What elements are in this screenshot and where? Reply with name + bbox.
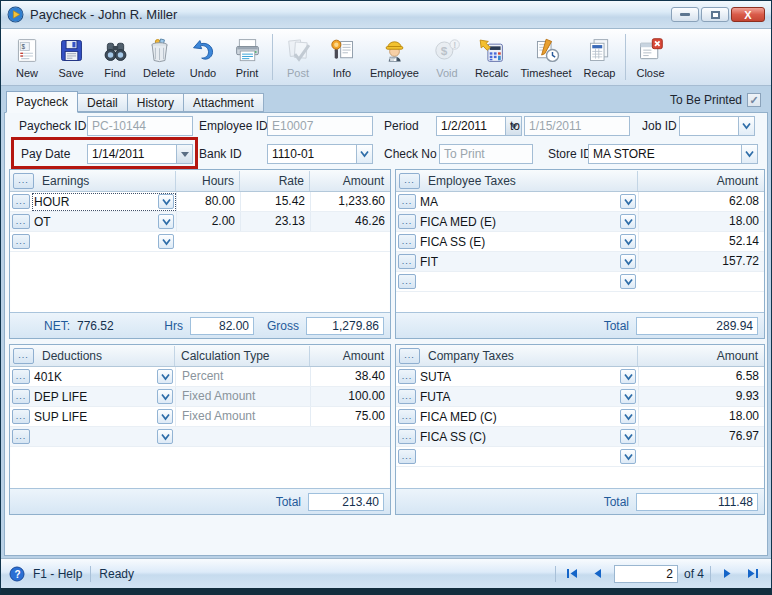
last-page-button[interactable] xyxy=(743,565,763,583)
grid-options-button[interactable]: ... xyxy=(399,348,420,364)
row-dropdown-button[interactable] xyxy=(620,389,636,404)
cell-hours[interactable]: 2.00 xyxy=(176,212,240,231)
row-ellipsis-button[interactable]: ... xyxy=(398,194,416,209)
cell-rate[interactable]: 23.13 xyxy=(240,212,310,231)
row-name-cell[interactable] xyxy=(32,233,176,251)
timesheet-button[interactable]: Timesheet xyxy=(515,30,578,84)
job-id-combo[interactable] xyxy=(679,116,755,136)
close-window-button[interactable]: X xyxy=(731,7,765,22)
employee-button[interactable]: Employee xyxy=(364,30,425,84)
store-id-dropdown-button[interactable] xyxy=(741,145,757,163)
row-name-cell[interactable]: HOUR xyxy=(32,193,176,211)
next-page-button[interactable] xyxy=(717,565,737,583)
row-ellipsis-button[interactable]: ... xyxy=(12,234,30,249)
row-ellipsis-button[interactable]: ... xyxy=(398,214,416,229)
row-ellipsis-button[interactable]: ... xyxy=(398,369,416,384)
cell-calculation-type[interactable]: Fixed Amount xyxy=(175,407,310,426)
bank-id-dropdown-button[interactable] xyxy=(356,145,372,163)
grid-options-button[interactable]: ... xyxy=(13,173,34,189)
row-ellipsis-button[interactable]: ... xyxy=(12,389,30,404)
print-button[interactable]: Print xyxy=(225,30,269,84)
info-button[interactable]: Info xyxy=(320,30,364,84)
row-ellipsis-button[interactable]: ... xyxy=(398,449,416,464)
row-ellipsis-button[interactable]: ... xyxy=(398,429,416,444)
row-dropdown-button[interactable] xyxy=(157,429,173,444)
cell-amount[interactable]: 18.00 xyxy=(638,407,764,426)
bank-id-combo[interactable]: 1110-01 xyxy=(267,144,373,164)
new-button[interactable]: $ New xyxy=(5,30,49,84)
row-name-cell[interactable]: FICA MED (E) xyxy=(418,213,638,231)
row-name-cell[interactable]: FUTA xyxy=(418,388,638,406)
row-dropdown-button[interactable] xyxy=(620,214,636,229)
row-dropdown-button[interactable] xyxy=(620,449,636,464)
cell-rate[interactable]: 15.42 xyxy=(240,192,310,211)
row-name-cell[interactable]: SUP LIFE xyxy=(32,408,175,426)
row-ellipsis-button[interactable]: ... xyxy=(398,274,416,289)
job-id-dropdown-button[interactable] xyxy=(738,117,754,135)
grid-options-button[interactable]: ... xyxy=(13,348,34,364)
row-dropdown-button[interactable] xyxy=(620,409,636,424)
row-dropdown-button[interactable] xyxy=(620,369,636,384)
store-id-combo[interactable]: MA STORE xyxy=(588,144,758,164)
row-dropdown-button[interactable] xyxy=(157,389,173,404)
row-name-cell[interactable]: MA xyxy=(418,193,638,211)
delete-button[interactable]: Delete xyxy=(137,30,181,84)
to-be-printed-checkbox[interactable] xyxy=(747,93,761,107)
cell-amount[interactable]: 52.14 xyxy=(638,232,764,251)
row-dropdown-button[interactable] xyxy=(620,429,636,444)
row-name-cell[interactable]: FICA MED (C) xyxy=(418,408,638,426)
row-name-cell[interactable]: 401K xyxy=(32,368,175,386)
row-ellipsis-button[interactable]: ... xyxy=(398,389,416,404)
row-ellipsis-button[interactable]: ... xyxy=(398,254,416,269)
save-button[interactable]: Save xyxy=(49,30,93,84)
row-dropdown-button[interactable] xyxy=(158,234,174,249)
recalc-button[interactable]: Recalc xyxy=(469,30,515,84)
cell-amount[interactable]: 100.00 xyxy=(310,387,390,406)
row-ellipsis-button[interactable]: ... xyxy=(12,429,30,444)
row-dropdown-button[interactable] xyxy=(620,194,636,209)
undo-button[interactable]: Undo xyxy=(181,30,225,84)
row-ellipsis-button[interactable]: ... xyxy=(12,194,30,209)
row-name-cell[interactable]: DEP LIFE xyxy=(32,388,175,406)
row-dropdown-button[interactable] xyxy=(157,409,173,424)
cell-amount[interactable]: 6.58 xyxy=(638,367,764,386)
cell-amount[interactable]: 62.08 xyxy=(638,192,764,211)
row-dropdown-button[interactable] xyxy=(158,214,174,229)
row-ellipsis-button[interactable]: ... xyxy=(12,409,30,424)
row-dropdown-button[interactable] xyxy=(620,274,636,289)
row-name-cell[interactable] xyxy=(418,448,638,466)
tab-attachment[interactable]: Attachment xyxy=(184,93,264,112)
tab-paycheck[interactable]: Paycheck xyxy=(6,91,78,113)
row-name-cell[interactable]: OT xyxy=(32,213,176,231)
cell-amount[interactable]: 1,233.60 xyxy=(310,192,390,211)
row-dropdown-button[interactable] xyxy=(620,254,636,269)
row-dropdown-button[interactable] xyxy=(620,234,636,249)
recap-button[interactable]: Recap xyxy=(578,30,622,84)
row-ellipsis-button[interactable]: ... xyxy=(398,234,416,249)
first-page-button[interactable] xyxy=(562,565,582,583)
row-name-cell[interactable]: FICA SS (E) xyxy=(418,233,638,251)
pay-date-dropdown-arrow-icon[interactable] xyxy=(176,145,192,163)
cell-amount[interactable]: 157.72 xyxy=(638,252,764,271)
cell-hours[interactable]: 80.00 xyxy=(176,192,240,211)
row-name-cell[interactable] xyxy=(32,428,175,446)
page-number-input[interactable]: 2 xyxy=(614,565,678,583)
row-name-cell[interactable]: FIT xyxy=(418,253,638,271)
row-name-cell[interactable]: FICA SS (C) xyxy=(418,428,638,446)
cell-amount[interactable]: 18.00 xyxy=(638,212,764,231)
cell-amount[interactable]: 38.40 xyxy=(310,367,390,386)
row-name-cell[interactable] xyxy=(418,273,638,291)
row-ellipsis-button[interactable]: ... xyxy=(12,214,30,229)
row-dropdown-button[interactable] xyxy=(158,194,174,209)
pay-date-combo[interactable]: 1/14/2011 xyxy=(87,144,193,164)
row-ellipsis-button[interactable]: ... xyxy=(12,369,30,384)
prev-page-button[interactable] xyxy=(588,565,608,583)
tab-history[interactable]: History xyxy=(128,93,184,112)
row-ellipsis-button[interactable]: ... xyxy=(398,409,416,424)
minimize-button[interactable] xyxy=(671,7,699,22)
cell-calculation-type[interactable]: Percent xyxy=(175,367,310,386)
cell-amount[interactable]: 46.26 xyxy=(310,212,390,231)
cell-amount[interactable]: 76.97 xyxy=(638,427,764,446)
close-button[interactable]: Close xyxy=(629,30,673,84)
cell-amount[interactable]: 9.93 xyxy=(638,387,764,406)
